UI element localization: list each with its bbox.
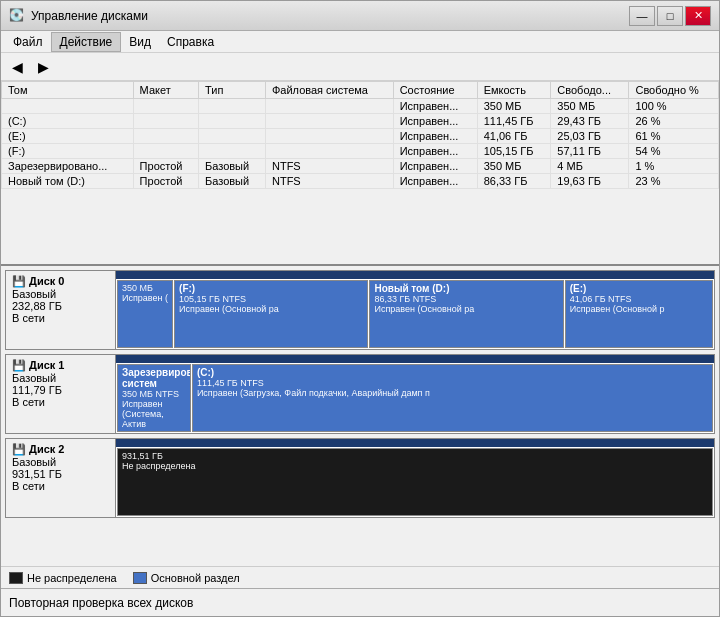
back-button[interactable]: ◀	[5, 56, 29, 78]
partition-detail2: Исправен (Система, Актив	[122, 399, 186, 429]
table-cell	[133, 129, 198, 144]
forward-button[interactable]: ▶	[31, 56, 55, 78]
table-row[interactable]: (F:)Исправен...105,15 ГБ57,11 ГБ54 %	[2, 144, 719, 159]
legend-box-unallocated	[9, 572, 23, 584]
app-icon: 💽	[9, 8, 25, 24]
col-capacity: Емкость	[477, 82, 551, 99]
table-cell: (E:)	[2, 129, 134, 144]
partition-detail1: 931,51 ГБ	[122, 451, 708, 461]
disk-table: Том Макет Тип Файловая система Состояние…	[1, 81, 719, 189]
table-cell	[133, 114, 198, 129]
partition-0-2[interactable]: Новый том (D:) 86,33 ГБ NTFS Исправен (О…	[369, 280, 563, 348]
partition-detail1: 350 МБ	[122, 283, 168, 293]
legend-primary: Основной раздел	[133, 572, 240, 584]
legend-label-unallocated: Не распределена	[27, 572, 117, 584]
window-title: Управление дисками	[31, 9, 148, 23]
partition-detail1: 105,15 ГБ NTFS	[179, 294, 363, 304]
table-cell: 29,43 ГБ	[551, 114, 629, 129]
table-cell: 61 %	[629, 129, 719, 144]
partition-detail2: Исправен (Основной ра	[179, 304, 363, 314]
disk-label-disk2: 💾 Диск 2 Базовый 931,51 ГБ В сети	[6, 439, 116, 517]
col-tom: Том	[2, 82, 134, 99]
disk-bar	[116, 355, 714, 363]
table-cell	[199, 144, 266, 159]
disk-type: Базовый	[12, 288, 109, 300]
table-cell	[199, 129, 266, 144]
menu-file[interactable]: Файл	[5, 33, 51, 51]
disk-label-disk0: 💾 Диск 0 Базовый 232,88 ГБ В сети	[6, 271, 116, 349]
disk-title: 💾 Диск 0	[12, 275, 109, 288]
disk-type: Базовый	[12, 372, 109, 384]
disk-partitions-disk1: Зарезервировано систем 350 МБ NTFS Испра…	[116, 355, 714, 433]
disk-label-disk1: 💾 Диск 1 Базовый 111,79 ГБ В сети	[6, 355, 116, 433]
partition-detail2: Не распределена	[122, 461, 708, 471]
menu-view[interactable]: Вид	[121, 33, 159, 51]
table-row[interactable]: (E:)Исправен...41,06 ГБ25,03 ГБ61 %	[2, 129, 719, 144]
partition-2-0[interactable]: 931,51 ГБ Не распределена	[117, 448, 713, 516]
partition-1-1[interactable]: (C:) 111,45 ГБ NTFS Исправен (Загрузка, …	[192, 364, 713, 432]
table-cell	[265, 144, 393, 159]
disk-size: 111,79 ГБ	[12, 384, 109, 396]
maximize-button[interactable]: □	[657, 6, 683, 26]
table-cell	[133, 144, 198, 159]
table-cell: NTFS	[265, 159, 393, 174]
table-cell: 4 МБ	[551, 159, 629, 174]
table-cell: 23 %	[629, 174, 719, 189]
disk-status: В сети	[12, 480, 109, 492]
minimize-button[interactable]: —	[629, 6, 655, 26]
table-cell: 86,33 ГБ	[477, 174, 551, 189]
table-row[interactable]: Новый том (D:)ПростойБазовыйNTFSИсправен…	[2, 174, 719, 189]
table-row[interactable]: Исправен...350 МБ350 МБ100 %	[2, 99, 719, 114]
table-cell: Зарезервировано...	[2, 159, 134, 174]
table-cell: Простой	[133, 174, 198, 189]
table-cell: (C:)	[2, 114, 134, 129]
table-cell: Базовый	[199, 174, 266, 189]
table-cell: 26 %	[629, 114, 719, 129]
disk-parts: Зарезервировано систем 350 МБ NTFS Испра…	[116, 363, 714, 433]
table-cell	[265, 99, 393, 114]
table-cell: 1 %	[629, 159, 719, 174]
table-cell	[133, 99, 198, 114]
legend-bar: Не распределена Основной раздел	[1, 566, 719, 588]
menu-help[interactable]: Справка	[159, 33, 222, 51]
partition-detail2: Исправен (Загрузка, Файл подкачки, Авари…	[197, 388, 708, 398]
disk-bar	[116, 439, 714, 447]
table-cell: Исправен...	[393, 174, 477, 189]
col-free-pct: Свободно %	[629, 82, 719, 99]
table-cell: Исправен...	[393, 129, 477, 144]
partition-title: (C:)	[197, 367, 708, 378]
partition-detail1: 41,06 ГБ NTFS	[570, 294, 708, 304]
col-type: Тип	[199, 82, 266, 99]
table-header-row: Том Макет Тип Файловая система Состояние…	[2, 82, 719, 99]
table-cell: 41,06 ГБ	[477, 129, 551, 144]
table-body: Исправен...350 МБ350 МБ100 %(C:)Исправен…	[2, 99, 719, 189]
disk-size: 232,88 ГБ	[12, 300, 109, 312]
disk-row-disk2: 💾 Диск 2 Базовый 931,51 ГБ В сети 931,51…	[5, 438, 715, 518]
close-button[interactable]: ✕	[685, 6, 711, 26]
table-cell: 350 МБ	[477, 99, 551, 114]
title-bar-left: 💽 Управление дисками	[9, 8, 148, 24]
table-cell: 105,15 ГБ	[477, 144, 551, 159]
table-cell: 25,03 ГБ	[551, 129, 629, 144]
disk-row-disk0: 💾 Диск 0 Базовый 232,88 ГБ В сети 350 МБ…	[5, 270, 715, 350]
partition-0-1[interactable]: (F:) 105,15 ГБ NTFS Исправен (Основной р…	[174, 280, 368, 348]
partition-1-0[interactable]: Зарезервировано систем 350 МБ NTFS Испра…	[117, 364, 191, 432]
disk-title: 💾 Диск 1	[12, 359, 109, 372]
table-cell: 100 %	[629, 99, 719, 114]
table-row[interactable]: Зарезервировано...ПростойБазовыйNTFSИспр…	[2, 159, 719, 174]
partition-0-3[interactable]: (E:) 41,06 ГБ NTFS Исправен (Основной р	[565, 280, 713, 348]
disk-status: В сети	[12, 312, 109, 324]
disk-partitions-disk2: 931,51 ГБ Не распределена	[116, 439, 714, 517]
table-row[interactable]: (C:)Исправен...111,45 ГБ29,43 ГБ26 %	[2, 114, 719, 129]
legend-label-primary: Основной раздел	[151, 572, 240, 584]
partition-detail1: 111,45 ГБ NTFS	[197, 378, 708, 388]
partition-title: Зарезервировано систем	[122, 367, 186, 389]
menu-action[interactable]: Действие	[51, 32, 122, 52]
table-cell: 57,11 ГБ	[551, 144, 629, 159]
status-text: Повторная проверка всех дисков	[9, 596, 193, 610]
disk-parts: 350 МБ Исправен ((F:) 105,15 ГБ NTFS Исп…	[116, 279, 714, 349]
toolbar: ◀ ▶	[1, 53, 719, 81]
partition-0-0[interactable]: 350 МБ Исправен (	[117, 280, 173, 348]
table-cell	[199, 114, 266, 129]
table-cell: 350 МБ	[551, 99, 629, 114]
